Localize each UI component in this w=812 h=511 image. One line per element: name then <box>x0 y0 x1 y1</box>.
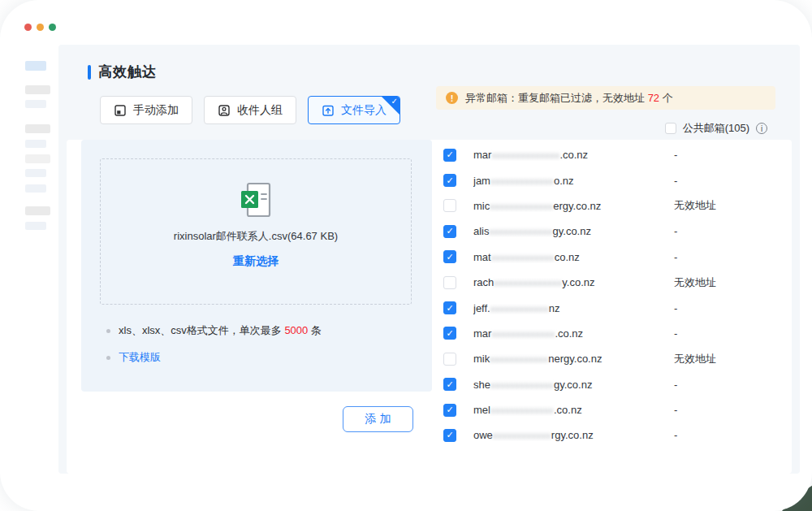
bullet-icon <box>106 329 110 333</box>
file-upload-panel: rixinsolar邮件联系人.csv(64.67 KB) 重新选择 xls、x… <box>81 140 432 392</box>
email-row: ✓alisxxxxxxxxxxxxxgy.co.nz- <box>436 219 792 244</box>
masked-email-segment: xxxxxxxxxxxx <box>490 354 548 364</box>
email-address: alisxxxxxxxxxxxxxgy.co.nz <box>473 225 674 237</box>
file-import-icon <box>322 104 335 117</box>
email-address: rachxxxxxxxxxxxxxxy.co.nz <box>473 276 674 288</box>
abnormal-mailbox-banner: ! 异常邮箱：重复邮箱已过滤，无效地址 72 个 <box>436 86 775 110</box>
page-title-row: 高效触达 <box>88 63 157 81</box>
email-row: micxxxxxxxxxxxxxergy.co.nz无效地址 <box>436 193 792 219</box>
recipient-group-icon <box>218 104 231 117</box>
check-icon: ✓ <box>391 97 398 106</box>
email-status: - <box>674 251 677 263</box>
sidebar-skeleton-bar <box>25 85 50 94</box>
email-checkbox[interactable]: ✓ <box>443 174 456 187</box>
email-status: - <box>674 149 677 161</box>
minimize-window-icon[interactable] <box>37 24 44 31</box>
reselect-link[interactable]: 重新选择 <box>233 254 279 269</box>
public-mailbox-row: 公共邮箱(105) i <box>665 121 767 136</box>
email-checkbox[interactable]: ✓ <box>443 250 456 263</box>
bullet-icon <box>106 356 110 360</box>
tab-recipient-group[interactable]: 收件人组 <box>204 96 296 124</box>
sidebar-skeleton-bar <box>25 140 46 148</box>
email-row: mikxxxxxxxxxxxxnergy.co.nz无效地址 <box>436 346 792 371</box>
sidebar-skeleton-bar <box>25 169 46 177</box>
sidebar-skeleton-bar <box>25 222 46 230</box>
email-status: - <box>674 379 677 391</box>
email-address: marxxxxxxxxxxxxx.co.nz <box>473 327 674 340</box>
tab-file-import[interactable]: 文件导入 ✓ <box>308 96 400 124</box>
email-row: ✓matxxxxxxxxxxxxxco.nz- <box>436 245 792 270</box>
email-checkbox[interactable] <box>443 199 456 212</box>
masked-email-segment: xxxxxxxxxxxxx <box>491 253 555 262</box>
email-checkbox[interactable] <box>443 353 456 366</box>
email-checkbox[interactable]: ✓ <box>443 404 456 417</box>
email-address: shexxxxxxxxxxxxxgy.co.nz <box>473 379 674 391</box>
email-checkbox[interactable]: ✓ <box>443 429 456 442</box>
email-status: 无效地址 <box>674 352 716 366</box>
email-status: - <box>674 302 677 314</box>
public-mailbox-checkbox[interactable] <box>665 123 676 134</box>
masked-email-segment: xxxxxxxxxxxx <box>490 304 549 314</box>
page-title: 高效触达 <box>98 63 157 81</box>
manual-add-icon <box>114 104 127 117</box>
email-address: jeff.xxxxxxxxxxxxnz <box>473 302 674 314</box>
app-window: 高效触达 手动添加 <box>0 0 812 511</box>
close-window-icon[interactable] <box>24 24 32 31</box>
masked-email-segment: xxxxxxxxxxxxx <box>490 201 553 211</box>
email-status: - <box>674 429 677 441</box>
content-card: rixinsolar邮件联系人.csv(64.67 KB) 重新选择 xls、x… <box>67 140 792 474</box>
max-count: 5000 <box>284 324 308 336</box>
email-status: - <box>674 404 677 416</box>
email-address: jamxxxxxxxxxxxxxo.nz <box>473 175 674 187</box>
email-row: ✓marxxxxxxxxxxxxxx.co.nz- <box>436 142 792 167</box>
email-row: ✓jamxxxxxxxxxxxxxo.nz- <box>436 167 792 193</box>
email-row: ✓shexxxxxxxxxxxxxgy.co.nz- <box>436 372 792 397</box>
upload-dropzone[interactable]: rixinsolar邮件联系人.csv(64.67 KB) 重新选择 <box>100 158 412 305</box>
download-template-link[interactable]: 下载模版 <box>119 350 161 365</box>
email-row: rachxxxxxxxxxxxxxxy.co.nz无效地址 <box>436 270 792 295</box>
tab-manual-add[interactable]: 手动添加 <box>100 96 192 124</box>
sidebar-skeleton-bar <box>25 206 50 215</box>
masked-email-segment: xxxxxxxxxxxx <box>493 431 551 440</box>
email-checkbox[interactable]: ✓ <box>443 378 456 391</box>
email-list: ✓marxxxxxxxxxxxxxx.co.nz-✓jamxxxxxxxxxxx… <box>436 140 792 448</box>
email-status: - <box>674 175 677 187</box>
masked-email-segment: xxxxxxxxxxxxx <box>490 380 554 390</box>
email-checkbox[interactable]: ✓ <box>443 327 456 340</box>
masked-email-segment: xxxxxxxxxxxxxx <box>494 278 562 288</box>
excel-file-icon <box>101 182 411 221</box>
info-icon[interactable]: i <box>756 123 767 134</box>
warning-icon: ! <box>446 92 458 104</box>
tab-label: 收件人组 <box>237 103 283 118</box>
email-address: matxxxxxxxxxxxxxco.nz <box>473 251 674 263</box>
masked-email-segment: xxxxxxxxxxxxx <box>490 405 554 415</box>
maximize-window-icon[interactable] <box>49 24 56 31</box>
masked-email-segment: xxxxxxxxxxxxx <box>490 227 553 236</box>
uploaded-filename: rixinsolar邮件联系人.csv(64.67 KB) <box>101 229 411 244</box>
format-hint-text: xls、xlsx、csv格式文件，单次最多 5000 条 <box>119 323 322 338</box>
title-accent-bar <box>88 65 91 80</box>
email-checkbox[interactable]: ✓ <box>443 225 456 238</box>
masked-email-segment: xxxxxxxxxxxxxx <box>491 150 559 160</box>
email-address: marxxxxxxxxxxxxxx.co.nz <box>473 149 674 161</box>
masked-email-segment: xxxxxxxxxxxxx <box>490 176 554 186</box>
format-hint: xls、xlsx、csv格式文件，单次最多 5000 条 <box>106 323 322 338</box>
email-checkbox[interactable]: ✓ <box>443 149 456 162</box>
add-button[interactable]: 添 加 <box>343 406 413 432</box>
template-hint: 下载模版 <box>106 350 161 365</box>
email-status: 无效地址 <box>674 198 716 213</box>
email-row: ✓melxxxxxxxxxxxxx.co.nz- <box>436 397 792 422</box>
invalid-count: 72 <box>648 92 659 104</box>
email-address: owexxxxxxxxxxxxrgy.co.nz <box>473 429 674 441</box>
email-address: melxxxxxxxxxxxxx.co.nz <box>473 404 674 416</box>
email-row: ✓marxxxxxxxxxxxxx.co.nz- <box>436 321 792 346</box>
email-address: mikxxxxxxxxxxxxnergy.co.nz <box>473 353 674 365</box>
sidebar-skeleton-bar <box>25 154 50 163</box>
email-checkbox[interactable]: ✓ <box>443 301 456 314</box>
email-address: micxxxxxxxxxxxxxergy.co.nz <box>473 200 674 212</box>
window-controls <box>24 24 56 31</box>
email-status: 无效地址 <box>674 275 716 290</box>
email-checkbox[interactable] <box>443 276 456 289</box>
public-mailbox-label: 公共邮箱(105) <box>683 121 749 136</box>
email-row: ✓jeff.xxxxxxxxxxxxnz- <box>436 295 792 320</box>
